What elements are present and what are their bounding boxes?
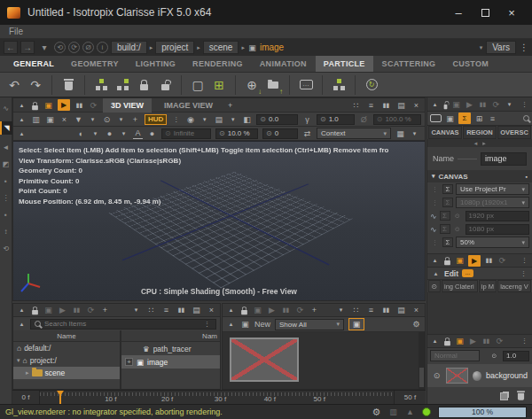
comment-button[interactable]: … (299, 76, 313, 94)
add-attribute-icon[interactable]: ⊞ (474, 113, 484, 124)
dot-tool-icon[interactable]: ▪ (4, 211, 7, 219)
import-button[interactable]: ⊕↓ (245, 76, 259, 94)
layout-rows-icon[interactable]: ≡ (366, 305, 376, 315)
play-button[interactable]: ▶ (465, 99, 474, 110)
pause-button[interactable]: ▮▮ (72, 305, 82, 315)
panel-menu-icon[interactable]: ⋮ (520, 255, 529, 266)
material-dropdown-icon[interactable]: ▾ (90, 128, 100, 139)
refresh-button[interactable]: ⟳ (495, 336, 505, 346)
breadcrumb-project[interactable]: project (155, 41, 194, 54)
vars-menu-icon[interactable]: ⋮ (520, 43, 528, 52)
layout-grid-icon[interactable]: ∷ (146, 305, 156, 315)
refresh-button[interactable]: ⟳ (86, 305, 96, 315)
history-forward-icon[interactable]: ⟳ (68, 42, 80, 53)
collapse-icon[interactable]: ▴ (226, 319, 236, 330)
breadcrumb-separator-icon[interactable]: ▸ (241, 44, 245, 51)
crop-tool-icon[interactable]: ◩ (3, 160, 10, 168)
pause-button[interactable]: ▮▮ (281, 305, 291, 315)
timeline-ruler[interactable]: 10 f 20 f 30 f 40 f 50 f (39, 391, 395, 404)
image-list-scrollbar[interactable] (419, 332, 425, 389)
preview-resolution-dropdown[interactable]: 50%▾ (456, 237, 529, 248)
lock-icon[interactable] (241, 310, 247, 314)
nav-history-dropdown[interactable]: ▾ (37, 41, 51, 54)
tab-general[interactable]: GENERAL (5, 56, 62, 72)
visibility-column-icon[interactable]: ⊙ (428, 280, 441, 292)
tab-rendering[interactable]: RENDERING (184, 56, 251, 72)
panel-menu-icon[interactable]: ⋮ (520, 336, 529, 346)
new-image-button[interactable]: New (254, 320, 270, 329)
clip-field[interactable]: ⊙Infinite (161, 128, 211, 139)
pause-button[interactable]: ▮▮ (478, 99, 488, 110)
breadcrumb-separator-icon[interactable]: ▸ (150, 44, 153, 51)
tab-overscan[interactable]: OVERSC (497, 126, 531, 139)
search-box[interactable]: ⋮ (30, 319, 216, 330)
hud-toggle[interactable]: HUD (145, 114, 167, 125)
lock-button[interactable] (137, 76, 151, 94)
search-menu-icon[interactable]: ⋮ (202, 319, 212, 330)
add-tab-icon[interactable]: + (309, 305, 319, 315)
play-button[interactable]: ▶ (58, 99, 70, 111)
settings-gear-icon[interactable]: ⚙ (411, 319, 421, 330)
column-header[interactable]: ing Clateri (442, 280, 478, 292)
opacity-field[interactable]: 1.0 (503, 351, 529, 361)
maximize-button[interactable] (472, 1, 498, 24)
breadcrumb-build[interactable]: build:/ (111, 41, 147, 54)
more-options-icon[interactable]: ⋮ (171, 114, 181, 125)
snapshot-icon[interactable]: ▣ (455, 255, 465, 266)
collapse-icon[interactable]: ▴ (430, 255, 440, 266)
comment-icon[interactable] (430, 114, 442, 122)
expand-plus-icon[interactable]: + (125, 358, 133, 366)
sum-mode-button[interactable]: Σ (458, 113, 471, 124)
close-panel-icon[interactable]: × (411, 100, 421, 111)
list-item-path-tracer[interactable]: ♛ path_tracer (121, 342, 220, 355)
canvas-section-header[interactable]: ▾ CANVAS ▪ (427, 170, 532, 182)
tab-3d-view[interactable]: 3D VIEW (103, 98, 152, 113)
layout-monitor-icon[interactable]: ▤ (396, 305, 406, 315)
lock-icon[interactable] (444, 341, 450, 345)
layout-monitor-icon[interactable]: ▤ (192, 305, 201, 315)
image-icon[interactable]: ▣ (45, 114, 55, 125)
refresh-button[interactable]: ⟳ (295, 305, 305, 315)
redo-button[interactable]: ↷ (28, 76, 43, 94)
shading-list-empty[interactable] (427, 292, 532, 334)
expand-icon[interactable]: ▾ (17, 357, 20, 364)
row-menu-icon[interactable]: ⋮ (519, 268, 528, 279)
list-name-header[interactable]: Nam (121, 330, 220, 342)
name-input[interactable] (481, 152, 527, 166)
layout-grid-icon[interactable]: ∷ (351, 100, 361, 111)
export-button[interactable]: ↑ (266, 76, 280, 94)
dot-tool-icon[interactable]: ▪ (4, 177, 7, 185)
image-list-area[interactable] (223, 332, 425, 389)
tabs-scrollbar[interactable]: ◄ ◄ (427, 139, 532, 147)
visibility-icon[interactable]: ⊙ (102, 114, 112, 125)
shading-ball-dropdown-icon[interactable]: ▾ (119, 128, 129, 139)
make-reference-button[interactable] (115, 76, 129, 94)
panel-dropdown-icon[interactable]: ▾ (131, 305, 141, 315)
search-sync-button[interactable]: ↻ (364, 76, 379, 94)
timeline-end-frame[interactable]: 50 f (395, 391, 426, 404)
gamma-icon[interactable]: γ (302, 114, 312, 125)
tab-geometry[interactable]: GEOMETRY (63, 56, 127, 72)
image-thumbnail-missing[interactable] (230, 338, 299, 382)
subsample-field[interactable]: ⊙10.0 % (215, 128, 258, 139)
curve-icon[interactable]: ∿ (430, 225, 437, 234)
tab-image-view[interactable]: IMAGE VIEW (156, 98, 221, 113)
play-button[interactable]: ▶ (468, 336, 478, 346)
context-dropdown[interactable]: Context▾ (317, 128, 391, 139)
history-back-icon[interactable]: ⟲ (54, 42, 66, 53)
counter-field[interactable]: ⊙0 (262, 128, 298, 139)
breadcrumb-separator-icon[interactable]: ▸ (197, 44, 200, 51)
make-local-button[interactable] (94, 76, 108, 94)
lighting-ball-icon[interactable]: ● (147, 128, 157, 139)
transform-button[interactable]: ⊞ (212, 76, 226, 94)
collapse-icon[interactable]: ▴ (17, 114, 27, 125)
refresh-button[interactable]: ⟳ (89, 100, 98, 111)
snapshot-icon[interactable]: ▣ (451, 99, 461, 110)
resize-tool-icon[interactable]: ↕ (4, 228, 8, 236)
filter-icon[interactable]: ▼ (74, 114, 83, 125)
minimize-button[interactable]: – (445, 1, 472, 24)
sigma-chip-icon[interactable]: Σ (442, 184, 453, 194)
tree-item-scene[interactable]: ▸ scene (13, 367, 120, 379)
collapse-icon[interactable]: ▴ (17, 100, 27, 111)
tab-animation[interactable]: ANIMATION (252, 56, 315, 72)
